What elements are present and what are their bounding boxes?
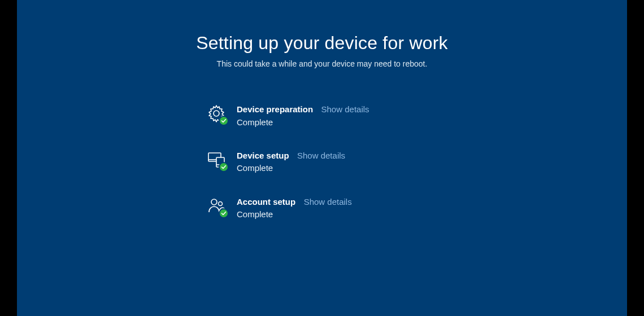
step-device-setup: Device setup Show details Complete (206, 150, 345, 174)
page-title: Setting up your device for work (17, 33, 627, 54)
step-text: Device preparation Show details Complete (237, 103, 369, 128)
step-device-preparation: Device preparation Show details Complete (206, 103, 369, 128)
step-status: Complete (237, 117, 369, 128)
show-details-link[interactable]: Show details (297, 151, 345, 160)
step-label: Device preparation (237, 104, 313, 114)
success-check-icon (219, 116, 229, 126)
people-icon (206, 196, 227, 216)
content-area: Setting up your device for work This cou… (17, 0, 627, 221)
step-label: Account setup (237, 197, 295, 207)
step-status: Complete (237, 163, 345, 174)
svg-point-6 (219, 201, 223, 205)
svg-point-5 (211, 199, 217, 205)
step-label: Device setup (237, 151, 289, 160)
step-text: Account setup Show details Complete (237, 196, 352, 221)
show-details-link[interactable]: Show details (321, 104, 369, 114)
step-status: Complete (237, 209, 352, 220)
enrollment-status-screen: Setting up your device for work This cou… (17, 0, 627, 316)
svg-point-0 (214, 111, 219, 116)
devices-icon (206, 150, 227, 170)
show-details-link[interactable]: Show details (304, 197, 352, 207)
steps-list: Device preparation Show details Complete (17, 103, 627, 221)
page-subtitle: This could take a while and your device … (17, 59, 627, 68)
gear-icon (206, 103, 227, 124)
success-check-icon (219, 162, 229, 172)
step-account-setup: Account setup Show details Complete (206, 196, 352, 221)
step-text: Device setup Show details Complete (237, 150, 345, 174)
success-check-icon (219, 208, 229, 218)
